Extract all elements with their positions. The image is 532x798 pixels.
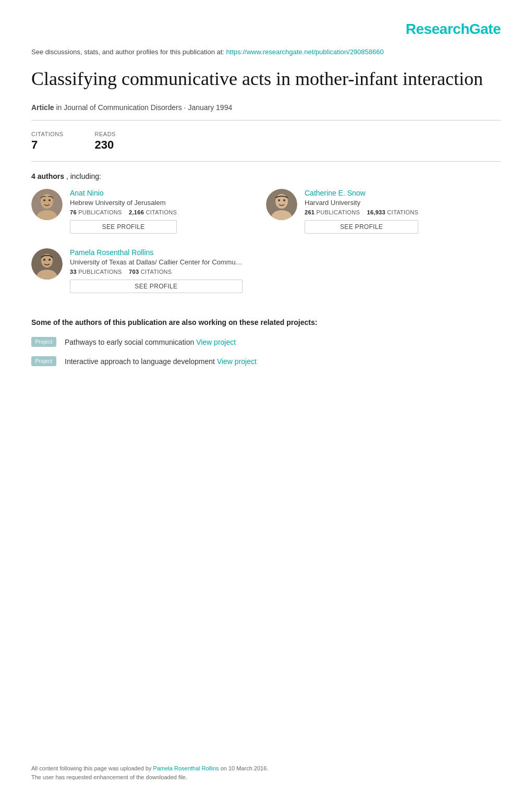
project-view-link-2[interactable]: View project	[217, 357, 257, 366]
author-name-anat-ninio[interactable]: Anat Ninio	[70, 189, 177, 197]
project-description-2: Interactive approach to language develop…	[65, 357, 215, 366]
author-institution-catherine-snow: Harvard University	[305, 199, 418, 207]
authors-count: 4 authors	[31, 172, 64, 180]
stats-row: Citations 7 Reads 230	[31, 131, 501, 162]
author-stats-anat-ninio: 76 PUBLICATIONS 2,166 CITATIONS	[70, 209, 177, 215]
svg-point-4	[49, 199, 51, 201]
project-badge-1: Project	[31, 337, 56, 347]
authors-heading: 4 authors , including:	[31, 172, 501, 180]
project-view-link-1[interactable]: View project	[196, 338, 236, 346]
svg-point-13	[43, 259, 45, 261]
author-card-catherine-snow: Catherine E. Snow Harvard University 261…	[266, 189, 501, 234]
article-in-label: in	[56, 103, 64, 112]
citations-label: Citations	[31, 131, 64, 137]
see-profile-pamela-rollins[interactable]: SEE PROFILE	[70, 280, 243, 293]
project-text-2: Interactive approach to language develop…	[65, 357, 257, 366]
footer-suffix: on 10 March 2016.	[221, 765, 269, 771]
project-text-1: Pathways to early social communication V…	[65, 338, 236, 346]
reads-value: 230	[95, 138, 116, 152]
author-institution-anat-ninio: Hebrew University of Jerusalem	[70, 199, 177, 207]
author-card-pamela-rollins: Pamela Rosenthal Rollins University of T…	[31, 248, 501, 293]
citations-block: Citations 7	[31, 131, 64, 152]
footer-line-1: All content following this page was uplo…	[31, 764, 501, 773]
author-stats-pamela-rollins: 33 PUBLICATIONS 703 CITATIONS	[70, 269, 243, 275]
authors-heading-suffix: , including:	[66, 172, 101, 180]
footer: All content following this page was uplo…	[31, 764, 501, 782]
author-institution-pamela-rollins: University of Texas at Dallas/ Callier C…	[70, 258, 243, 266]
publication-link-line: See discussions, stats, and author profi…	[31, 48, 501, 56]
footer-prefix: All content following this page was uplo…	[31, 765, 152, 771]
author-info-anat-ninio: Anat Ninio Hebrew University of Jerusale…	[70, 189, 177, 234]
avatar-pamela-rollins	[31, 248, 63, 280]
pub-link-prefix: See discussions, stats, and author profi…	[31, 48, 224, 56]
article-journal: Journal of Communication Disorders	[64, 103, 182, 112]
svg-point-8	[278, 199, 280, 201]
article-title: Classifying communicative acts in mother…	[31, 67, 501, 91]
svg-point-1	[41, 194, 53, 209]
citations-value: 7	[31, 138, 64, 152]
author-info-catherine-snow: Catherine E. Snow Harvard University 261…	[305, 189, 418, 234]
svg-point-9	[283, 199, 285, 201]
authors-grid: Anat Ninio Hebrew University of Jerusale…	[31, 189, 501, 308]
project-description-1: Pathways to early social communication	[65, 338, 194, 346]
footer-line-2: The user has requested enhancement of th…	[31, 773, 501, 782]
author-card-anat-ninio: Anat Ninio Hebrew University of Jerusale…	[31, 189, 266, 234]
article-meta: Article in Journal of Communication Diso…	[31, 103, 501, 120]
pub-link-url[interactable]: https://www.researchgate.net/publication…	[226, 48, 384, 56]
author-stats-catherine-snow: 261 PUBLICATIONS 16,933 CITATIONS	[305, 209, 418, 215]
avatar-anat-ninio	[31, 189, 63, 220]
footer-uploader-link[interactable]: Pamela Rosenthal Rollins	[153, 765, 219, 771]
author-name-catherine-snow[interactable]: Catherine E. Snow	[305, 189, 418, 197]
researchgate-logo: ResearchGate	[406, 21, 501, 38]
avatar-catherine-snow	[266, 189, 297, 220]
article-type-label: Article	[31, 103, 54, 112]
author-name-pamela-rollins[interactable]: Pamela Rosenthal Rollins	[70, 248, 243, 257]
project-badge-2: Project	[31, 356, 56, 366]
logo-text: ResearchGate	[406, 21, 501, 37]
project-item-1: Project Pathways to early social communi…	[31, 337, 501, 347]
header: ResearchGate	[31, 21, 501, 38]
svg-point-14	[49, 259, 51, 261]
svg-point-3	[43, 199, 45, 201]
project-item-2: Project Interactive approach to language…	[31, 356, 501, 366]
reads-block: Reads 230	[95, 131, 116, 152]
related-projects-heading: Some of the authors of this publication …	[31, 318, 501, 327]
author-info-pamela-rollins: Pamela Rosenthal Rollins University of T…	[70, 248, 243, 293]
article-date: January 1994	[188, 103, 232, 112]
reads-label: Reads	[95, 131, 116, 137]
see-profile-anat-ninio[interactable]: SEE PROFILE	[70, 220, 177, 234]
see-profile-catherine-snow[interactable]: SEE PROFILE	[305, 220, 418, 234]
